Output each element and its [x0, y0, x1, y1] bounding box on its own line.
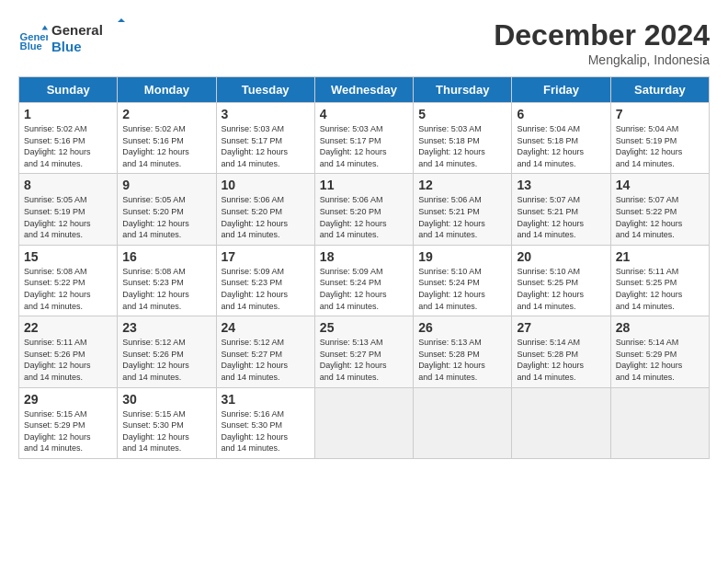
calendar-day-30: 30Sunrise: 5:15 AMSunset: 5:30 PMDayligh… — [118, 387, 216, 458]
logo-text: General Blue — [51, 18, 125, 60]
calendar-day-13: 13Sunrise: 5:07 AMSunset: 5:21 PMDayligh… — [512, 174, 610, 245]
svg-marker-2 — [42, 26, 48, 30]
calendar-day-28: 28Sunrise: 5:14 AMSunset: 5:29 PMDayligh… — [610, 316, 709, 387]
svg-text:Blue: Blue — [20, 40, 42, 52]
location-subtitle: Mengkalip, Indonesia — [494, 52, 710, 67]
weekday-header-sunday: Sunday — [19, 77, 118, 103]
svg-marker-5 — [118, 18, 125, 22]
calendar-day-18: 18Sunrise: 5:09 AMSunset: 5:24 PMDayligh… — [314, 245, 413, 316]
svg-text:General: General — [51, 22, 103, 38]
calendar-day-1: 1Sunrise: 5:02 AMSunset: 5:16 PMDaylight… — [19, 103, 118, 174]
calendar-day-16: 16Sunrise: 5:08 AMSunset: 5:23 PMDayligh… — [118, 245, 216, 316]
calendar-day-22: 22Sunrise: 5:11 AMSunset: 5:26 PMDayligh… — [19, 316, 118, 387]
title-area: December 2024 Mengkalip, Indonesia — [494, 18, 710, 67]
calendar-day-25: 25Sunrise: 5:13 AMSunset: 5:27 PMDayligh… — [314, 316, 413, 387]
calendar-day-31: 31Sunrise: 5:16 AMSunset: 5:30 PMDayligh… — [216, 387, 314, 458]
calendar-day-29: 29Sunrise: 5:15 AMSunset: 5:29 PMDayligh… — [19, 387, 118, 458]
calendar-day-9: 9Sunrise: 5:05 AMSunset: 5:20 PMDaylight… — [118, 174, 216, 245]
calendar-day-5: 5Sunrise: 5:03 AMSunset: 5:18 PMDaylight… — [414, 103, 512, 174]
weekday-header-tuesday: Tuesday — [216, 77, 314, 103]
weekday-header-wednesday: Wednesday — [314, 77, 413, 103]
calendar-day-21: 21Sunrise: 5:11 AMSunset: 5:25 PMDayligh… — [610, 245, 709, 316]
calendar-week-5: 29Sunrise: 5:15 AMSunset: 5:29 PMDayligh… — [19, 387, 710, 458]
calendar-empty — [512, 387, 610, 458]
calendar-day-10: 10Sunrise: 5:06 AMSunset: 5:20 PMDayligh… — [216, 174, 314, 245]
logo-icon: General Blue — [18, 24, 48, 53]
calendar-week-4: 22Sunrise: 5:11 AMSunset: 5:26 PMDayligh… — [19, 316, 710, 387]
logo: General Blue General Blue — [18, 18, 125, 60]
calendar-day-20: 20Sunrise: 5:10 AMSunset: 5:25 PMDayligh… — [512, 245, 610, 316]
calendar-day-6: 6Sunrise: 5:04 AMSunset: 5:18 PMDaylight… — [512, 103, 610, 174]
calendar-day-15: 15Sunrise: 5:08 AMSunset: 5:22 PMDayligh… — [19, 245, 118, 316]
calendar-day-2: 2Sunrise: 5:02 AMSunset: 5:16 PMDaylight… — [118, 103, 216, 174]
weekday-header-row: SundayMondayTuesdayWednesdayThursdayFrid… — [19, 77, 710, 103]
weekday-header-friday: Friday — [512, 77, 610, 103]
calendar-empty — [610, 387, 709, 458]
calendar-empty — [314, 387, 413, 458]
calendar-day-27: 27Sunrise: 5:14 AMSunset: 5:28 PMDayligh… — [512, 316, 610, 387]
svg-text:Blue: Blue — [51, 39, 82, 54]
calendar-day-14: 14Sunrise: 5:07 AMSunset: 5:22 PMDayligh… — [610, 174, 709, 245]
calendar-day-3: 3Sunrise: 5:03 AMSunset: 5:17 PMDaylight… — [216, 103, 314, 174]
calendar-day-4: 4Sunrise: 5:03 AMSunset: 5:17 PMDaylight… — [314, 103, 413, 174]
calendar-day-7: 7Sunrise: 5:04 AMSunset: 5:19 PMDaylight… — [610, 103, 709, 174]
calendar-week-1: 1Sunrise: 5:02 AMSunset: 5:16 PMDaylight… — [19, 103, 710, 174]
calendar-day-26: 26Sunrise: 5:13 AMSunset: 5:28 PMDayligh… — [414, 316, 512, 387]
weekday-header-thursday: Thursday — [414, 77, 512, 103]
calendar-day-23: 23Sunrise: 5:12 AMSunset: 5:26 PMDayligh… — [118, 316, 216, 387]
calendar-week-2: 8Sunrise: 5:05 AMSunset: 5:19 PMDaylight… — [19, 174, 710, 245]
page-header: General Blue General Blue December 2024 … — [18, 18, 710, 67]
weekday-header-monday: Monday — [118, 77, 216, 103]
weekday-header-saturday: Saturday — [610, 77, 709, 103]
calendar-day-11: 11Sunrise: 5:06 AMSunset: 5:20 PMDayligh… — [314, 174, 413, 245]
calendar-week-3: 15Sunrise: 5:08 AMSunset: 5:22 PMDayligh… — [19, 245, 710, 316]
calendar-day-8: 8Sunrise: 5:05 AMSunset: 5:19 PMDaylight… — [19, 174, 118, 245]
calendar-day-12: 12Sunrise: 5:06 AMSunset: 5:21 PMDayligh… — [414, 174, 512, 245]
calendar-day-24: 24Sunrise: 5:12 AMSunset: 5:27 PMDayligh… — [216, 316, 314, 387]
calendar-empty — [414, 387, 512, 458]
calendar-day-19: 19Sunrise: 5:10 AMSunset: 5:24 PMDayligh… — [414, 245, 512, 316]
calendar-day-17: 17Sunrise: 5:09 AMSunset: 5:23 PMDayligh… — [216, 245, 314, 316]
calendar-table: SundayMondayTuesdayWednesdayThursdayFrid… — [18, 76, 710, 459]
month-year-title: December 2024 — [494, 18, 710, 52]
